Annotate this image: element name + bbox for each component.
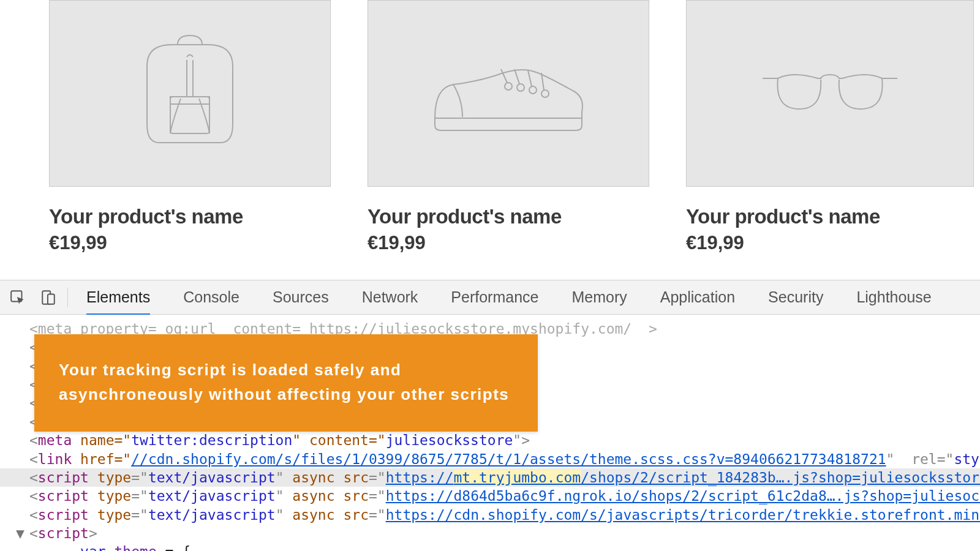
tab-elements[interactable]: Elements	[75, 280, 161, 315]
callout-line: asynchroneously without affecting your o…	[59, 382, 513, 407]
device-toolbar-icon[interactable]	[33, 280, 64, 315]
tab-performance[interactable]: Performance	[440, 280, 549, 315]
product-name: Your product's name	[368, 205, 649, 228]
product-price: €19,99	[368, 232, 649, 254]
tab-console[interactable]: Console	[172, 280, 251, 315]
product-price: €19,99	[49, 232, 331, 254]
tab-network[interactable]: Network	[351, 280, 429, 315]
product-image-backpack	[49, 0, 331, 187]
svg-rect-8	[48, 294, 55, 304]
code-line-script: <script type="text/javascript" async src…	[0, 487, 980, 505]
callout-line: Your tracking script is loaded safely an…	[59, 358, 513, 382]
tab-application[interactable]: Application	[649, 280, 746, 315]
divider	[67, 288, 68, 307]
callout-tracking-script: Your tracking script is loaded safely an…	[34, 334, 538, 432]
product-image-sneaker	[368, 0, 649, 187]
product-row: Your product's name €19,99 Your product'…	[0, 0, 980, 254]
code-line-script-tracking[interactable]: <script type="text/javascript" async src…	[0, 468, 980, 487]
backpack-icon	[126, 32, 254, 155]
tab-lighthouse[interactable]: Lighthouse	[845, 280, 942, 315]
svg-point-3	[517, 84, 524, 91]
product-price: €19,99	[686, 232, 974, 254]
code-line-meta-twitter: <meta name="twitter:description" content…	[0, 431, 980, 449]
devtools-panel: Elements Console Sources Network Perform…	[0, 280, 980, 551]
product-card[interactable]: Your product's name €19,99	[49, 0, 331, 254]
devtools-tabbar: Elements Console Sources Network Perform…	[0, 280, 980, 315]
tab-memory[interactable]: Memory	[560, 280, 638, 315]
product-card[interactable]: Your product's name €19,99	[368, 0, 649, 254]
code-line-js: var theme = {	[0, 542, 980, 551]
tab-sources[interactable]: Sources	[262, 280, 340, 315]
elements-panel[interactable]: <meta property= og:url content= https://…	[0, 315, 980, 551]
code-line-script-open[interactable]: ▼<script>	[0, 524, 980, 542]
svg-point-2	[505, 83, 512, 90]
svg-point-5	[541, 90, 549, 97]
svg-rect-0	[170, 97, 209, 133]
expand-caret-icon[interactable]: ▼	[16, 524, 24, 542]
product-card[interactable]: Your product's name €19,99	[686, 0, 974, 254]
product-name: Your product's name	[686, 205, 974, 228]
glasses-icon	[756, 66, 903, 121]
sneaker-icon	[429, 51, 588, 137]
svg-rect-1	[170, 97, 209, 104]
code-line-script: <script type="text/javascript" async src…	[0, 506, 980, 524]
code-line-link: <link href="//cdn.shopify.com/s/files/1/…	[0, 450, 980, 468]
tab-security[interactable]: Security	[757, 280, 834, 315]
inspect-element-icon[interactable]	[2, 280, 33, 315]
svg-point-4	[529, 86, 537, 94]
product-name: Your product's name	[49, 205, 331, 228]
product-image-glasses	[686, 0, 974, 187]
